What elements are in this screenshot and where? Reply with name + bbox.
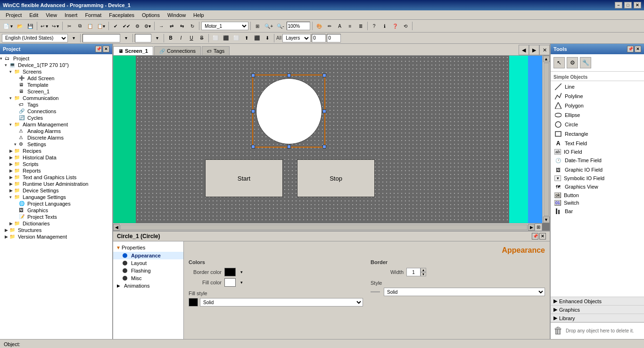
canvas-expand-button[interactable]: ⊞ xyxy=(535,224,542,231)
border-color-dropdown[interactable]: ▾ xyxy=(237,268,246,276)
font-size-input[interactable] xyxy=(135,34,151,42)
maximize-button[interactable]: □ xyxy=(624,2,632,8)
tree-text-graphics[interactable]: ▶ 📁 Text and Graphics Lists xyxy=(0,174,112,181)
tab-screen1[interactable]: 🖥 Screen_1 xyxy=(113,46,153,55)
tree-add-screen[interactable]: ➕ Add Screen xyxy=(0,75,112,82)
canvas-vscrollbar[interactable]: ▲ ▼ xyxy=(542,56,550,223)
minimize-button[interactable]: − xyxy=(615,2,622,8)
menu-faceplates[interactable]: Faceplates xyxy=(105,11,138,19)
lang-btn[interactable]: ▾ xyxy=(69,33,78,43)
tree-connections[interactable]: 🔗 Connections xyxy=(0,108,112,115)
tool-datetime[interactable]: 🕐 Date-Time Field xyxy=(551,156,644,165)
tree-device[interactable]: ▾ 💻 Device_1(TP 270 10'') xyxy=(0,62,112,68)
tb-icon9[interactable]: ❓ xyxy=(390,21,400,31)
tool-rectangle[interactable]: Rectangle xyxy=(551,129,644,139)
border-width-down[interactable]: ▼ xyxy=(421,272,426,276)
prop-layout[interactable]: Layout xyxy=(113,259,183,267)
circle-1-object[interactable] xyxy=(252,75,325,148)
font-name-input[interactable] xyxy=(83,34,120,42)
border-color-swatch[interactable] xyxy=(224,268,236,276)
copy-button[interactable]: ⧉ xyxy=(75,21,84,31)
align-top[interactable]: ⬆ xyxy=(242,33,251,43)
menu-project[interactable]: Project xyxy=(2,11,25,19)
font-size-dropdown[interactable]: ▾ xyxy=(152,33,162,43)
tools-pin-button[interactable]: 📌 xyxy=(627,46,634,52)
canvas-area[interactable]: Start Stop ▲ ▼ ◀ ▶ xyxy=(113,56,550,231)
props-close-button[interactable]: ✕ xyxy=(539,233,546,240)
tree-settings[interactable]: ▾ ⚙ Settings xyxy=(0,141,112,148)
wrench-tool-button[interactable]: 🔧 xyxy=(580,57,591,68)
align-left[interactable]: ⬜ xyxy=(211,33,220,43)
tree-screen1[interactable]: 🖥 Screen_1 xyxy=(0,88,112,95)
layer-num2[interactable] xyxy=(327,34,341,42)
menu-insert[interactable]: Insert xyxy=(61,11,82,19)
tab-connections[interactable]: 🔗 Connections xyxy=(154,46,201,55)
tree-recipes[interactable]: ▶ 📁 Recipes xyxy=(0,148,112,154)
tree-project-texts[interactable]: 📝 Project Texts xyxy=(0,214,112,220)
handle-bl[interactable] xyxy=(251,145,255,149)
vscroll-up[interactable]: ▲ xyxy=(543,56,550,62)
prop-flashing[interactable]: Flashing xyxy=(113,267,183,274)
menu-window[interactable]: Window xyxy=(164,11,190,19)
tool-graphicio[interactable]: 🖼 Graphic IO Field xyxy=(551,165,644,174)
handle-ml[interactable] xyxy=(251,109,255,113)
handle-bc[interactable] xyxy=(287,145,291,149)
tree-structures[interactable]: ▶ 📁 Structures xyxy=(0,227,112,233)
check2-button[interactable]: ✔✔ xyxy=(121,21,132,31)
compile2-button[interactable]: ⚙▾ xyxy=(143,21,152,31)
tree-template[interactable]: 🖥 Template xyxy=(0,82,112,88)
align-middle[interactable]: ⬛ xyxy=(252,33,262,43)
tool-polyline[interactable]: Polyline xyxy=(551,91,644,101)
canvas-start-button[interactable]: Start xyxy=(205,159,283,197)
menu-edit[interactable]: Edit xyxy=(25,11,42,19)
underline-button[interactable]: U xyxy=(187,33,196,43)
canvas-close-button[interactable]: ✕ xyxy=(539,45,550,55)
align-right[interactable]: ⬜ xyxy=(231,33,241,43)
close-button[interactable]: ✕ xyxy=(634,2,641,8)
tool-circle[interactable]: Circle xyxy=(551,120,644,129)
tree-version-mgmt[interactable]: ▶ 📁 Version Management xyxy=(0,233,112,240)
tree-dictionaries[interactable]: ▶ 📁 Dictionaries xyxy=(0,220,112,227)
tree-historical[interactable]: ▶ 📁 Historical Data xyxy=(0,154,112,161)
tool-polygon[interactable]: Polygon xyxy=(551,101,644,110)
menu-view[interactable]: View xyxy=(42,11,61,19)
motor-dropdown[interactable]: Motor_1 xyxy=(201,22,248,30)
tool-graphicsview[interactable]: 🗺 Graphics View xyxy=(551,182,644,191)
select-tool-button[interactable]: ↖ xyxy=(553,57,565,68)
tree-tags[interactable]: 🏷 Tags xyxy=(0,101,112,108)
graphics-section[interactable]: ▶ Graphics xyxy=(551,305,644,314)
transfer-button[interactable]: → xyxy=(157,21,166,31)
props-pin-button[interactable]: 📌 xyxy=(532,233,538,240)
delete-zone[interactable]: 🗑 Drop any object here to delete it. xyxy=(551,322,644,339)
panel-pin-button[interactable]: 📌 xyxy=(95,46,102,52)
hscroll-left[interactable]: ◀ xyxy=(113,224,120,231)
align-center[interactable]: ⬛ xyxy=(221,33,231,43)
open-button[interactable]: 📂 xyxy=(15,21,25,31)
tool-iofield[interactable]: ab IO Field xyxy=(551,148,644,156)
menu-options[interactable]: Options xyxy=(138,11,164,19)
tree-analog-alarms[interactable]: ⚠ Analog Alarms xyxy=(0,128,112,134)
object-tool-button[interactable]: ⚙ xyxy=(567,57,578,68)
tree-project[interactable]: ▾ 🗂 Project xyxy=(0,55,112,62)
tool-bar[interactable]: Bar xyxy=(551,207,644,216)
design-canvas[interactable]: Start Stop xyxy=(113,56,542,223)
enhanced-objects-section[interactable]: ▶ Enhanced Objects xyxy=(551,297,644,305)
tool-ellipse[interactable]: Ellipse xyxy=(551,110,644,120)
tree-reports[interactable]: ▶ 📁 Reports xyxy=(0,167,112,174)
menu-help[interactable]: Help xyxy=(190,11,208,19)
language-dropdown[interactable]: English (United States) xyxy=(2,34,68,42)
tree-runtime-admin[interactable]: ▶ 📁 Runtime User Administration xyxy=(0,181,112,187)
tools-close-button[interactable]: ✕ xyxy=(635,46,641,52)
bold-button[interactable]: B xyxy=(166,33,175,43)
transfer4-button[interactable]: ↻ xyxy=(188,21,197,31)
italic-button[interactable]: I xyxy=(176,33,186,43)
zoom-input[interactable] xyxy=(287,22,310,30)
tree-project-languages[interactable]: 🌐 Project Languages xyxy=(0,200,112,207)
tb-icon6[interactable]: ≣ xyxy=(356,21,365,31)
handle-tr[interactable] xyxy=(322,74,326,77)
handle-tl[interactable] xyxy=(251,74,255,77)
tool-line[interactable]: Line xyxy=(551,82,644,91)
vscroll-thumb[interactable] xyxy=(544,63,549,216)
tb-icon4[interactable]: A xyxy=(335,21,345,31)
tb-icon7[interactable]: ? xyxy=(370,21,379,31)
